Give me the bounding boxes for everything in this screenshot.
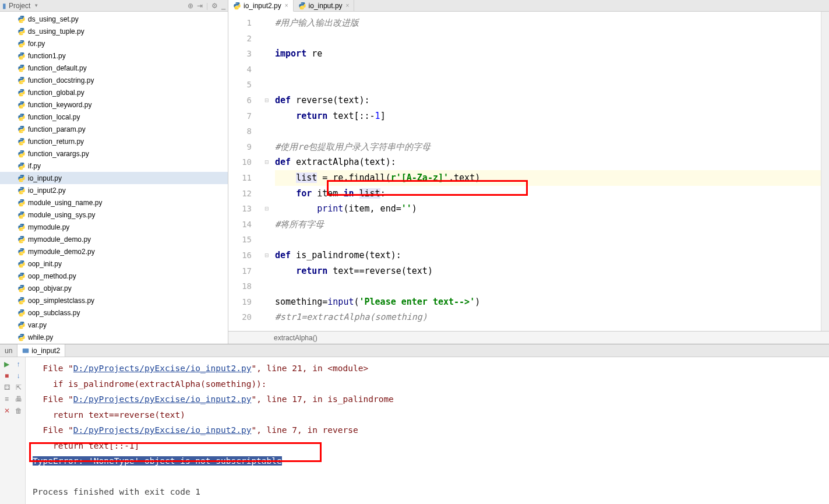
python-file-icon <box>17 284 26 292</box>
file-item[interactable]: module_using_name.py <box>0 196 228 209</box>
file-item[interactable]: mymodule.py <box>0 221 228 233</box>
file-item[interactable]: function_keyword.py <box>0 98 228 111</box>
code-line[interactable] <box>275 279 829 294</box>
file-link[interactable]: D:/pyProjects/pyExcise/io_input2.py <box>73 394 252 404</box>
file-item[interactable]: function_local.py <box>0 111 228 123</box>
down-icon[interactable]: ↓ <box>14 371 23 380</box>
file-item[interactable]: function_global.py <box>0 86 228 98</box>
console-output[interactable]: File "D:/pyProjects/pyExcise/io_input2.p… <box>26 357 829 504</box>
file-item[interactable]: ds_using_set.py <box>0 13 228 25</box>
file-item[interactable]: var.py <box>0 319 228 331</box>
python-file-icon <box>17 64 26 72</box>
close-icon[interactable]: × <box>346 2 350 9</box>
file-item[interactable]: mymodule_demo2.py <box>0 245 228 258</box>
python-file-icon <box>17 260 26 268</box>
line-gutter: 1234567891011121314151617181920 <box>228 12 263 331</box>
print-icon[interactable]: 🖶 <box>14 394 23 404</box>
gear-icon[interactable]: ⚙ <box>211 2 218 10</box>
code-line[interactable]: #用户输入输出改进版 <box>275 15 829 31</box>
python-file-icon <box>17 76 26 84</box>
file-item[interactable]: function_default.py <box>0 62 228 74</box>
code-line[interactable]: #将所有字母 <box>275 217 829 232</box>
file-item[interactable]: function_docstring.py <box>0 74 228 86</box>
console-line: if is_palindrome(extractAlpha(something)… <box>33 376 822 392</box>
file-item[interactable]: io_input.py <box>0 172 228 184</box>
code-line[interactable]: def is_palindrome(text): <box>275 248 829 263</box>
file-item[interactable]: module_using_sys.py <box>0 209 228 221</box>
code-line[interactable]: return text[::-1] <box>275 108 829 124</box>
run-config-tab[interactable]: io_input2 <box>17 344 65 357</box>
collapse-icon[interactable]: ⇥ <box>197 2 203 10</box>
file-item[interactable]: oop_objvar.py <box>0 282 228 294</box>
up-icon[interactable]: ↑ <box>14 360 23 369</box>
code-line[interactable]: import re <box>275 46 829 62</box>
close-icon[interactable]: ✕ <box>2 406 12 415</box>
tool1-icon[interactable]: ⚃ <box>2 383 12 392</box>
file-item[interactable]: function_varargs.py <box>0 147 228 160</box>
code-line[interactable]: list = re.findall(r'[A-Za-z]',text) <box>275 170 829 186</box>
code-line[interactable]: #str1=extractAlpha(something) <box>275 309 829 325</box>
svg-rect-0 <box>23 348 29 353</box>
code-area[interactable]: #用户输入输出改进版import redef reverse(text): re… <box>270 12 829 331</box>
python-file-icon <box>17 174 26 182</box>
python-file-icon <box>17 15 26 23</box>
python-file-icon <box>17 113 26 121</box>
export-icon[interactable]: ⇱ <box>14 383 23 392</box>
python-file-icon <box>298 2 306 10</box>
sidebar-title[interactable]: ▮ Project ▼ <box>2 2 38 10</box>
code-line[interactable]: for item in list: <box>275 186 829 202</box>
breadcrumb[interactable]: extractAlpha() <box>228 331 829 344</box>
file-name: function_return.py <box>28 138 84 146</box>
code-line[interactable] <box>275 124 829 139</box>
stop-icon[interactable]: ■ <box>2 371 12 380</box>
file-tree[interactable]: ds_using_set.pyds_using_tuple.pyfor.pyfu… <box>0 12 228 344</box>
code-line[interactable]: #使用re包提取用户录入字符串中的字母 <box>275 139 829 155</box>
tool2-icon[interactable]: ≡ <box>2 394 12 404</box>
file-name: function_global.py <box>28 89 84 97</box>
run-label[interactable]: un <box>0 344 17 357</box>
rerun-icon[interactable]: ▶ <box>2 360 12 369</box>
code-line[interactable]: something=input('Please enter text-->') <box>275 294 829 310</box>
file-item[interactable]: while.py <box>0 331 228 343</box>
code-line[interactable] <box>275 62 829 77</box>
console-line: return text==reverse(text) <box>33 407 822 423</box>
file-item[interactable]: oop_init.py <box>0 258 228 270</box>
file-item[interactable]: io_input2.py <box>0 184 228 196</box>
file-item[interactable]: ds_using_tuple.py <box>0 25 228 37</box>
editor-tab[interactable]: io_input2.py× <box>228 0 294 12</box>
editor-tab[interactable]: io_input.py× <box>294 0 355 11</box>
project-sidebar: ▮ Project ▼ ⊕ ⇥ | ⚙ ⎯ ds_using_set.pyds_… <box>0 0 228 344</box>
file-item[interactable]: oop_method.py <box>0 270 228 282</box>
file-item[interactable]: function_param.py <box>0 123 228 135</box>
file-name: oop_method.py <box>28 272 76 280</box>
hide-icon[interactable]: ⎯ <box>221 2 225 10</box>
file-item[interactable]: oop_subclass.py <box>0 306 228 319</box>
trash-icon[interactable]: 🗑 <box>14 406 23 415</box>
code-line[interactable]: print(item, end='') <box>275 201 829 217</box>
file-item[interactable]: if.py <box>0 160 228 172</box>
close-icon[interactable]: × <box>285 2 288 9</box>
code-line[interactable]: def extractAlpha(text): <box>275 154 829 170</box>
code-line[interactable] <box>275 232 829 248</box>
file-item[interactable]: function_return.py <box>0 135 228 147</box>
file-item[interactable]: function1.py <box>0 50 228 62</box>
editor-body[interactable]: 1234567891011121314151617181920 ⊟⊟⊟⊟ #用户… <box>228 12 829 331</box>
file-item[interactable]: for.py <box>0 37 228 50</box>
code-line[interactable]: def reverse(text): <box>275 93 829 108</box>
code-line[interactable] <box>275 31 829 47</box>
code-line[interactable] <box>275 77 829 93</box>
dropdown-icon[interactable]: ▼ <box>34 3 38 8</box>
file-item[interactable]: mymodule_demo.py <box>0 233 228 245</box>
scrollbar-vertical[interactable] <box>821 12 829 331</box>
file-item[interactable]: oop_simplestclass.py <box>0 294 228 306</box>
python-file-icon <box>17 321 26 329</box>
code-line[interactable]: return text==reverse(text) <box>275 263 829 279</box>
file-name: oop_simplestclass.py <box>28 297 94 305</box>
target-icon[interactable]: ⊕ <box>188 2 193 10</box>
file-name: ds_using_tuple.py <box>28 27 84 36</box>
fold-column[interactable]: ⊟⊟⊟⊟ <box>263 12 270 331</box>
file-name: function_default.py <box>28 64 87 72</box>
console-line: File "D:/pyProjects/pyExcise/io_input2.p… <box>33 392 822 407</box>
file-link[interactable]: D:/pyProjects/pyExcise/io_input2.py <box>73 425 252 435</box>
file-link[interactable]: D:/pyProjects/pyExcise/io_input2.py <box>73 364 252 373</box>
